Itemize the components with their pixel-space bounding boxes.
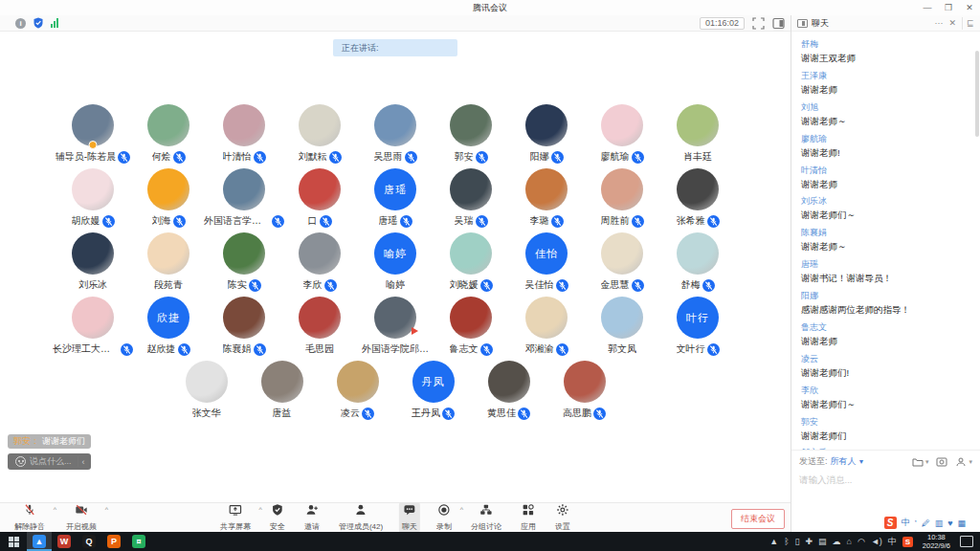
notification-center-icon[interactable] xyxy=(960,536,973,547)
caret-up-icon[interactable]: ^ xyxy=(460,506,463,513)
participant-tile[interactable]: 毛思园 xyxy=(282,297,358,361)
participant-tile[interactable]: 鲁志文 xyxy=(434,297,509,361)
tray-icon-3[interactable]: ▤ xyxy=(818,537,827,546)
start-button[interactable] xyxy=(0,532,27,551)
toolbar-invite-button[interactable]: 邀请 xyxy=(301,502,323,533)
participant-tile[interactable]: 丹凤王丹凤 xyxy=(395,361,471,425)
participant-tile[interactable]: 吴思雨 xyxy=(358,104,434,168)
participant-tile[interactable]: 张希雅 xyxy=(660,168,736,232)
end-meeting-button[interactable]: 结束会议 xyxy=(731,509,785,529)
send-to-select[interactable]: 所有人 xyxy=(831,455,857,468)
participant-tile[interactable]: 陈襄娟 xyxy=(207,297,282,361)
participant-tile[interactable]: 胡欣嫚 xyxy=(56,168,131,232)
toolbar-breakout-button[interactable]: 分组讨论 xyxy=(468,502,504,533)
participant-tile[interactable]: 刘海 xyxy=(131,168,207,232)
tray-icon-6[interactable]: ◠ xyxy=(858,537,865,546)
ime-tool-0[interactable]: 中 xyxy=(902,517,910,529)
taskbar-app-wps-ppt[interactable]: P xyxy=(101,532,126,551)
sogou-logo-icon[interactable]: S xyxy=(884,517,897,529)
caret-up-icon[interactable]: ^ xyxy=(54,506,56,513)
quick-chat-placeholder[interactable]: 说点什么... xyxy=(30,455,72,468)
participant-tile[interactable]: 辅导员-陈若晨 xyxy=(56,104,131,168)
meeting-info-icon[interactable]: i xyxy=(15,18,26,29)
tray-chevron-icon[interactable]: ▲ xyxy=(769,537,778,546)
close-button[interactable]: ✕ xyxy=(959,0,980,15)
taskbar-clock[interactable]: 10:382022/9/6 xyxy=(919,533,954,551)
toolbar-chat-button[interactable]: 聊天 xyxy=(399,502,420,533)
toolbar-mic-off-button[interactable]: 解除静音^ xyxy=(11,502,48,533)
toolbar-apps-button[interactable]: 应用 xyxy=(518,502,539,533)
participant-tile[interactable]: 外国语学院邱俊琚 xyxy=(358,297,434,361)
participant-tile[interactable]: 邓湘渝 xyxy=(509,297,585,361)
fullscreen-icon[interactable] xyxy=(752,17,765,30)
caret-up-icon[interactable]: ^ xyxy=(105,506,108,513)
network-signal-icon[interactable] xyxy=(51,18,58,28)
participant-tile[interactable]: 舒梅 xyxy=(660,232,736,297)
participant-tile[interactable]: 长沙理工大学-... xyxy=(56,297,131,361)
participant-tile[interactable]: 段苑青 xyxy=(131,232,207,297)
tray-icon-8[interactable]: 中 xyxy=(888,536,897,548)
participant-tile[interactable]: 郭文凤 xyxy=(585,297,660,361)
ime-tool-4[interactable]: ♥ xyxy=(947,518,952,528)
participant-tile[interactable]: 刘默耘 xyxy=(282,104,358,168)
emoji-icon[interactable] xyxy=(15,456,26,467)
participant-tile[interactable]: 阳娜 xyxy=(509,104,585,168)
participant-tile[interactable]: 何烩 xyxy=(131,104,207,168)
ime-tool-2[interactable]: 🖉 xyxy=(922,518,930,528)
participant-tile[interactable]: 叶清怡 xyxy=(207,104,282,168)
participant-tile[interactable]: 凌云 xyxy=(320,361,395,425)
screenshot-icon[interactable] xyxy=(936,456,947,468)
participant-tile[interactable]: 陈实 xyxy=(207,232,282,297)
tray-icon-4[interactable]: ☁ xyxy=(833,537,841,546)
taskbar-app-wechat[interactable]: ¤ xyxy=(126,532,151,551)
participant-tile[interactable]: 肖丰廷 xyxy=(660,104,736,168)
caret-up-icon[interactable]: ^ xyxy=(259,506,262,513)
toolbar-record-button[interactable]: 录制^ xyxy=(434,502,455,533)
participant-tile[interactable]: 外国语言学及应... xyxy=(207,168,282,232)
toolbar-settings-button[interactable]: 设置 xyxy=(552,502,573,533)
chat-input[interactable]: 请输入消息... xyxy=(799,474,972,487)
toolbar-camera-off-button[interactable]: 开启视频^ xyxy=(63,502,100,533)
minimize-button[interactable]: — xyxy=(917,0,938,15)
participant-tile[interactable]: 张文华 xyxy=(168,361,244,425)
participant-tile[interactable]: 欣捷赵欣捷 xyxy=(131,297,207,361)
participant-tile[interactable]: 吴瑞 xyxy=(434,168,509,232)
tray-icon-7[interactable]: ◄) xyxy=(871,537,882,546)
tray-icon-2[interactable]: ✚ xyxy=(806,537,813,546)
mention-person-icon[interactable] xyxy=(955,456,967,468)
participant-tile[interactable]: 刘晓媛 xyxy=(434,232,509,297)
ime-toolbar[interactable]: S中’🖉▥♥▦ xyxy=(880,516,970,530)
chat-pin-icon[interactable]: ⊑ xyxy=(962,17,974,30)
taskbar-app-qq[interactable]: Q xyxy=(77,532,101,551)
participant-tile[interactable]: 金思慧 xyxy=(585,232,660,297)
participant-tile[interactable]: 郭安 xyxy=(434,104,509,168)
taskbar-app-tencent-meeting[interactable]: ▲ xyxy=(27,532,52,551)
sogou-tray-icon[interactable]: S xyxy=(902,537,913,547)
toolbar-share-screen-button[interactable]: 共享屏幕^ xyxy=(217,502,254,533)
chat-close-button[interactable]: ✕ xyxy=(948,18,956,28)
send-to-caret-icon[interactable]: ▼ xyxy=(858,458,865,465)
ime-tool-1[interactable]: ’ xyxy=(915,518,917,528)
quick-chat-bar[interactable]: 说点什么... ‹ xyxy=(8,453,91,470)
participant-tile[interactable]: 叶行文叶行 xyxy=(660,297,736,361)
security-shield-icon[interactable] xyxy=(33,17,44,29)
participant-tile[interactable]: 刘乐冰 xyxy=(56,232,131,297)
maximize-button[interactable]: ❐ xyxy=(938,0,959,15)
chat-message-list[interactable]: 舒梅谢谢王双老师王泽康谢谢老师刘旭谢谢老师～廖航瑜谢谢老师!叶清怡谢谢老师刘乐冰… xyxy=(791,32,980,450)
ime-tool-3[interactable]: ▥ xyxy=(935,518,944,528)
layout-switch-icon[interactable] xyxy=(772,17,785,30)
collapse-arrow-icon[interactable]: ‹ xyxy=(82,457,87,467)
participant-tile[interactable]: 佳怡吴佳怡 xyxy=(509,232,585,297)
participant-tile[interactable]: 唐益 xyxy=(244,361,320,425)
participant-tile[interactable]: 廖航瑜 xyxy=(585,104,660,168)
chat-more-button[interactable]: ··· xyxy=(934,18,943,28)
participant-tile[interactable]: 喻婷喻婷 xyxy=(358,232,434,297)
tray-icon-0[interactable]: ᛒ xyxy=(784,537,789,546)
participant-tile[interactable]: 黄思佳 xyxy=(471,361,546,425)
chat-scrollbar[interactable] xyxy=(975,51,979,137)
file-icon[interactable] xyxy=(912,456,924,468)
participant-tile[interactable]: 李璐 xyxy=(509,168,585,232)
ime-tool-5[interactable]: ▦ xyxy=(957,518,966,528)
chat-preview-bubble[interactable]: 郭安： 谢谢老师们 xyxy=(8,434,91,449)
tray-icon-5[interactable]: ⌂ xyxy=(847,537,852,546)
